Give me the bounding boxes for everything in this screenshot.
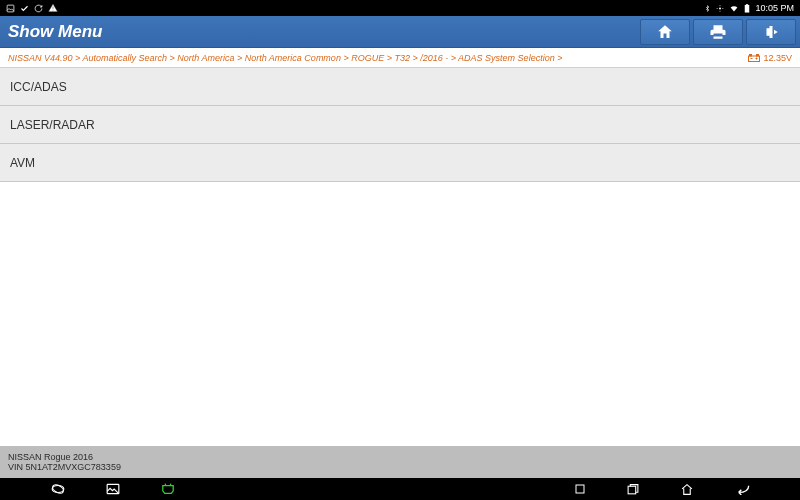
svg-point-10 xyxy=(52,486,64,493)
home-button[interactable] xyxy=(640,19,690,45)
status-right: 10:05 PM xyxy=(704,3,794,13)
exit-button[interactable] xyxy=(746,19,796,45)
battery-icon xyxy=(744,4,750,13)
wifi-icon xyxy=(729,4,739,13)
breadcrumb: NISSAN V44.90 > Automatically Search > N… xyxy=(8,53,562,63)
menu-list: ICC/ADAS LASER/RADAR AVM xyxy=(0,68,800,182)
svg-rect-16 xyxy=(628,486,636,494)
warning-icon xyxy=(48,3,58,13)
location-icon xyxy=(716,4,724,13)
svg-rect-6 xyxy=(757,54,759,56)
android-nav-bar xyxy=(0,478,800,500)
breadcrumb-bar: NISSAN V44.90 > Automatically Search > N… xyxy=(0,48,800,68)
title-bar: Show Menu xyxy=(0,16,800,48)
list-item[interactable]: ICC/ADAS xyxy=(0,68,800,106)
sync-icon xyxy=(34,4,43,13)
overview-nav-icon[interactable] xyxy=(626,483,640,496)
list-item-label: ICC/ADAS xyxy=(10,80,67,94)
bluetooth-icon xyxy=(704,4,711,13)
svg-rect-3 xyxy=(747,4,749,5)
home-nav-icon[interactable] xyxy=(680,483,694,496)
vehicle-vin: VIN 5N1AT2MVXGC783359 xyxy=(8,462,792,472)
home-icon xyxy=(656,23,674,41)
svg-rect-4 xyxy=(749,56,760,62)
main-area: ICC/ADAS LASER/RADAR AVM xyxy=(0,68,800,446)
title-actions xyxy=(640,19,796,45)
check-icon xyxy=(20,4,29,13)
svg-rect-5 xyxy=(750,54,752,56)
list-item-label: AVM xyxy=(10,156,35,170)
status-time: 10:05 PM xyxy=(755,3,794,13)
battery-car-icon xyxy=(748,54,760,62)
gallery-nav-icon[interactable] xyxy=(106,483,120,495)
browser-nav-icon[interactable] xyxy=(50,482,66,496)
print-button[interactable] xyxy=(693,19,743,45)
image-icon xyxy=(6,4,15,13)
print-icon xyxy=(709,23,727,41)
android-status-bar: 10:05 PM xyxy=(0,0,800,16)
footer-info: NISSAN Rogue 2016 VIN 5N1AT2MVXGC783359 xyxy=(0,446,800,478)
status-left xyxy=(6,3,58,13)
page-title: Show Menu xyxy=(8,22,102,42)
svg-point-1 xyxy=(719,7,721,9)
list-item[interactable]: LASER/RADAR xyxy=(0,106,800,144)
vehicle-name: NISSAN Rogue 2016 xyxy=(8,452,792,462)
voltage-value: 12.35V xyxy=(763,53,792,63)
svg-point-11 xyxy=(51,483,65,495)
voltage-indicator: 12.35V xyxy=(748,53,792,63)
svg-rect-2 xyxy=(745,4,750,12)
svg-rect-15 xyxy=(576,485,584,493)
diag-nav-icon[interactable] xyxy=(160,483,176,496)
exit-icon xyxy=(762,23,780,41)
recent-nav-icon[interactable] xyxy=(574,483,586,495)
list-item-label: LASER/RADAR xyxy=(10,118,95,132)
list-item[interactable]: AVM xyxy=(0,144,800,182)
svg-rect-0 xyxy=(7,5,14,12)
back-nav-icon[interactable] xyxy=(734,483,750,495)
